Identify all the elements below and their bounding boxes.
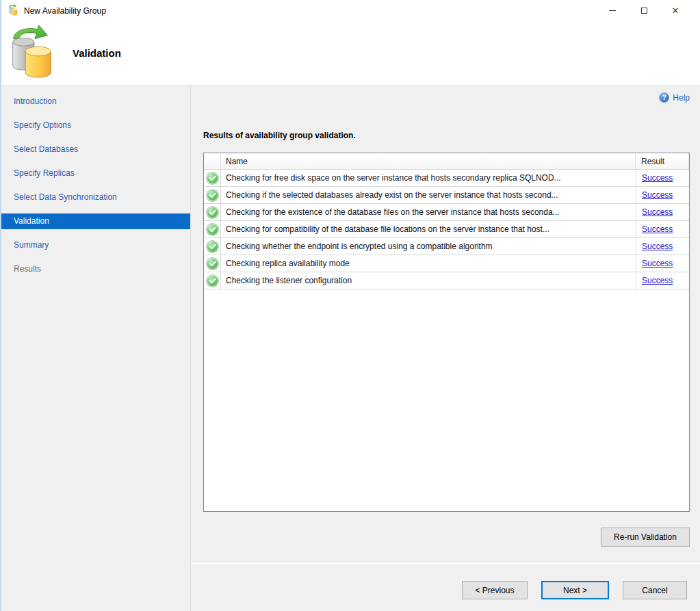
success-check-icon	[207, 275, 218, 287]
check-name-text: Checking replica availability mode	[221, 255, 636, 272]
table-row[interactable]: Checking for free disk space on the serv…	[204, 170, 689, 187]
sidebar-step-item[interactable]: Specify Options	[1, 118, 190, 133]
table-header: Name Result	[204, 153, 689, 170]
success-result-link[interactable]: Success	[642, 242, 673, 251]
success-check-icon	[207, 224, 218, 235]
success-check-icon	[207, 207, 218, 218]
help-label: Help	[673, 93, 690, 103]
table-row[interactable]: Checking for compatibility of the databa…	[204, 221, 689, 238]
success-check-icon	[207, 241, 218, 252]
availability-group-app-icon	[8, 4, 18, 18]
close-button[interactable]: ✕	[660, 0, 691, 21]
check-name-text: Checking whether the endpoint is encrypt…	[221, 238, 636, 255]
table-row[interactable]: Checking if the selected databases alrea…	[204, 187, 689, 204]
sidebar-step-item[interactable]: Results	[1, 261, 190, 277]
rerun-validation-button[interactable]: Re-run Validation	[601, 528, 690, 547]
new-availability-group-window: New Availability Group ✕ Validation Intr…	[0, 0, 700, 611]
window-controls: ✕	[597, 0, 700, 21]
check-name-text: Checking the listener configuration	[221, 272, 636, 289]
sidebar-step-item[interactable]: Summary	[1, 237, 190, 253]
minimize-icon	[609, 10, 616, 11]
table-row[interactable]: Checking replica availability mode Succe…	[204, 255, 689, 272]
minimize-button[interactable]	[597, 0, 628, 21]
column-header-status	[204, 153, 221, 169]
help-link[interactable]: ? Help	[659, 92, 690, 103]
table-row[interactable]: Checking whether the endpoint is encrypt…	[204, 238, 689, 255]
check-name-text: Checking for free disk space on the serv…	[221, 170, 636, 186]
check-name-text: Checking for the existence of the databa…	[221, 204, 636, 220]
success-result-link[interactable]: Success	[642, 276, 673, 285]
column-header-name[interactable]: Name	[221, 153, 636, 169]
success-result-link[interactable]: Success	[642, 259, 673, 268]
validation-table: Name Result Checking for free disk space…	[203, 153, 690, 512]
wizard-steps-sidebar: Introduction Specify Options Select Data…	[1, 86, 191, 611]
success-result-link[interactable]: Success	[642, 207, 673, 217]
maximize-icon	[641, 8, 647, 14]
close-icon: ✕	[672, 6, 679, 15]
success-result-link[interactable]: Success	[642, 173, 673, 183]
help-icon: ?	[659, 92, 669, 103]
maximize-button[interactable]	[628, 0, 660, 21]
sidebar-step-item[interactable]: Select Data Synchronization	[1, 190, 190, 205]
success-check-icon	[207, 258, 218, 270]
previous-button[interactable]: < Previous	[462, 581, 528, 599]
sidebar-step-item[interactable]: Validation	[1, 213, 190, 229]
validation-panel: ? Help Results of availability group val…	[191, 86, 700, 611]
column-header-result[interactable]: Result	[636, 153, 689, 169]
sidebar-step-item[interactable]: Specify Replicas	[1, 166, 190, 181]
success-result-link[interactable]: Success	[642, 224, 673, 234]
wizard-header: Validation	[1, 21, 700, 86]
results-heading: Results of availability group validation…	[203, 131, 690, 140]
page-title: Validation	[73, 47, 121, 59]
next-button[interactable]: Next >	[541, 581, 609, 599]
table-body: Checking for free disk space on the serv…	[204, 170, 689, 511]
sidebar-step-item[interactable]: Select Databases	[1, 142, 190, 157]
footer-bar: < Previous Next > Cancel	[191, 563, 700, 611]
check-name-text: Checking for compatibility of the databa…	[221, 221, 636, 237]
window-title: New Availability Group	[24, 6, 106, 16]
availability-group-icon	[7, 25, 56, 81]
titlebar: New Availability Group ✕	[1, 0, 700, 21]
success-result-link[interactable]: Success	[642, 190, 673, 200]
sidebar-step-item[interactable]: Introduction	[1, 94, 190, 109]
cancel-button[interactable]: Cancel	[623, 581, 687, 599]
check-name-text: Checking if the selected databases alrea…	[221, 187, 636, 203]
table-row[interactable]: Checking for the existence of the databa…	[204, 204, 689, 221]
success-check-icon	[207, 190, 218, 201]
success-check-icon	[207, 172, 218, 184]
table-row[interactable]: Checking the listener configuration Succ…	[204, 272, 689, 289]
